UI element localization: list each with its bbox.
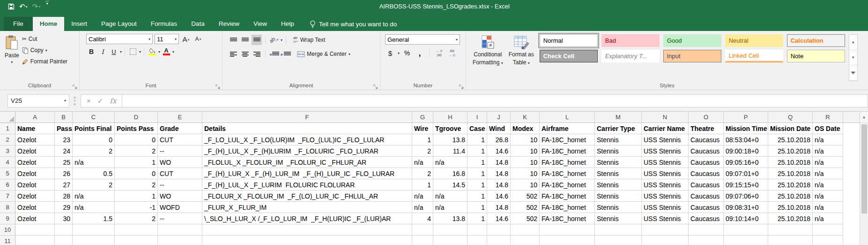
cell-E11[interactable] — [158, 236, 202, 245]
cell-Q3[interactable]: 25.10.2018 — [768, 145, 813, 157]
cell-N8[interactable]: USS Stennis — [642, 202, 689, 213]
cell-P11[interactable] — [724, 236, 768, 245]
cell-N1[interactable]: Carrier Name — [642, 123, 689, 134]
decrease-font-size-button[interactable]: A▾ — [193, 34, 203, 44]
middle-align-button[interactable] — [240, 35, 250, 45]
cell-R3[interactable]: n/a — [813, 145, 843, 157]
cell-R6[interactable]: n/a — [813, 179, 843, 191]
column-header-m[interactable]: M — [595, 112, 642, 123]
column-header-c[interactable]: C — [73, 112, 115, 123]
cell-D5[interactable]: 0 — [115, 168, 158, 179]
cell-C5[interactable]: 0.5 — [73, 168, 115, 179]
tab-formulas[interactable]: Formulas — [144, 17, 184, 31]
cell-H1[interactable]: Tgroove — [433, 123, 467, 134]
cell-B8[interactable]: 29 — [55, 202, 73, 213]
cell-K11[interactable] — [511, 236, 540, 245]
column-header-d[interactable]: D — [115, 112, 158, 123]
clipboard-dialog-launcher-icon[interactable] — [73, 83, 78, 88]
name-box-dropdown-arrow[interactable]: ▾ — [64, 99, 66, 103]
cell-A4[interactable]: Ozelot — [15, 157, 55, 168]
format-painter-button[interactable]: Format Painter — [22, 56, 67, 67]
cell-E7[interactable]: WO — [158, 191, 202, 202]
cell-P5[interactable]: 09:07:01+0 — [724, 168, 768, 179]
cell-G8[interactable]: n/a — [412, 202, 433, 213]
cell-B4[interactable]: 25 — [55, 157, 73, 168]
cell-O7[interactable]: Caucasus — [689, 191, 724, 202]
cell-Q7[interactable]: 25.10.2018 — [768, 191, 813, 202]
cell-O9[interactable]: Caucasus — [689, 213, 724, 224]
column-header-r[interactable]: R — [813, 112, 843, 123]
select-all-corner[interactable] — [0, 112, 15, 123]
cell-H7[interactable]: n/a — [433, 191, 467, 202]
borders-button[interactable] — [128, 46, 138, 57]
cell-M11[interactable] — [595, 236, 642, 245]
cell-style-good[interactable]: Good — [663, 34, 721, 47]
tab-data[interactable]: Data — [184, 17, 212, 31]
cell-H11[interactable] — [433, 236, 467, 245]
increase-decimal-button[interactable]: ←.0.00 — [434, 48, 444, 58]
cell-O6[interactable]: Caucasus — [689, 179, 724, 191]
cell-Q9[interactable]: 25.10.2018 — [768, 213, 813, 224]
cell-E2[interactable]: CUT — [158, 134, 202, 145]
cell-N7[interactable]: USS Stennis — [642, 191, 689, 202]
column-header-g[interactable]: G — [412, 112, 433, 123]
cell-H5[interactable]: 16.8 — [433, 168, 467, 179]
cell-P6[interactable]: 09:15:15+0 — [724, 179, 768, 191]
cell-J6[interactable]: 14.8 — [487, 179, 511, 191]
cell-G4[interactable]: n/a — [412, 157, 433, 168]
row-header-2[interactable]: 2 — [0, 134, 15, 145]
customize-qat-icon[interactable]: —▾ — [44, 0, 51, 13]
cell-A2[interactable]: Ozelot — [15, 134, 55, 145]
cell-L11[interactable] — [540, 236, 595, 245]
cell-M4[interactable]: Stennis — [595, 157, 642, 168]
cell-Q4[interactable]: 25.10.2018 — [768, 157, 813, 168]
cell-O8[interactable]: Caucasus — [689, 202, 724, 213]
cell-G10[interactable] — [412, 224, 433, 236]
cell-H4[interactable]: n/a — [433, 157, 467, 168]
cell-I10[interactable] — [467, 224, 487, 236]
cell-style-neutral[interactable]: Neutral — [725, 34, 783, 47]
cell-P10[interactable] — [724, 224, 768, 236]
cell-E8[interactable]: WOFD — [158, 202, 202, 213]
column-header-n[interactable]: N — [642, 112, 689, 123]
cell-D8[interactable]: -1 — [115, 202, 158, 213]
underline-button[interactable]: U — [109, 46, 119, 57]
cell-C7[interactable]: n/a — [73, 191, 115, 202]
cell-F3[interactable]: _F_(H)_LUL_X _F_(H)LURIM _F_LOLURIC _FLO… — [202, 145, 412, 157]
cell-style-check-cell[interactable]: Check Cell — [540, 50, 598, 62]
gallery-scroll-up-icon[interactable]: ▲ — [849, 35, 857, 50]
cell-P8[interactable]: 09:08:31+0 — [724, 202, 768, 213]
cell-Q11[interactable] — [768, 236, 813, 245]
cell-F9[interactable]: \_SLO_H_LUR_X /_F_LO_LUR_IM _F_H(LUR)IC … — [202, 213, 412, 224]
cell-D10[interactable] — [115, 224, 158, 236]
row-header-3[interactable]: 3 — [0, 145, 15, 157]
row-header-9[interactable]: 9 — [0, 213, 15, 224]
cell-D1[interactable]: Points Pass — [115, 123, 158, 134]
accounting-dropdown-arrow[interactable]: ▾ — [398, 51, 400, 55]
tab-page-layout[interactable]: Page Layout — [94, 17, 144, 31]
cell-N10[interactable] — [642, 224, 689, 236]
cell-L7[interactable]: FA-18C_hornet — [540, 191, 595, 202]
font-color-button[interactable]: A — [161, 46, 171, 57]
paste-dropdown-arrow[interactable]: ▾ — [11, 60, 13, 64]
underline-dropdown-arrow[interactable]: ▾ — [120, 50, 122, 54]
cell-N2[interactable]: USS Stennis — [642, 134, 689, 145]
cell-E10[interactable] — [158, 224, 202, 236]
cell-I8[interactable]: 1 — [467, 202, 487, 213]
cell-Q6[interactable]: 25.10.2018 — [768, 179, 813, 191]
cell-C9[interactable]: 1.5 — [73, 213, 115, 224]
decrease-indent-button[interactable]: ◂ — [269, 49, 279, 59]
cell-R7[interactable]: n/a — [813, 191, 843, 202]
column-header-o[interactable]: O — [689, 112, 724, 123]
cell-Q2[interactable]: 25.10.2018 — [768, 134, 813, 145]
number-dialog-launcher-icon[interactable] — [459, 83, 464, 88]
cell-E5[interactable]: CUT — [158, 168, 202, 179]
cell-H9[interactable]: 13.8 — [433, 213, 467, 224]
cell-G3[interactable]: 2 — [412, 145, 433, 157]
tab-help[interactable]: Help — [274, 17, 301, 31]
cell-K1[interactable]: Modex — [511, 123, 540, 134]
cell-C3[interactable]: 2 — [73, 145, 115, 157]
cell-R10[interactable] — [813, 224, 843, 236]
accounting-format-button[interactable]: $ — [385, 48, 395, 58]
copy-button[interactable]: Copy ▾ — [22, 45, 67, 56]
